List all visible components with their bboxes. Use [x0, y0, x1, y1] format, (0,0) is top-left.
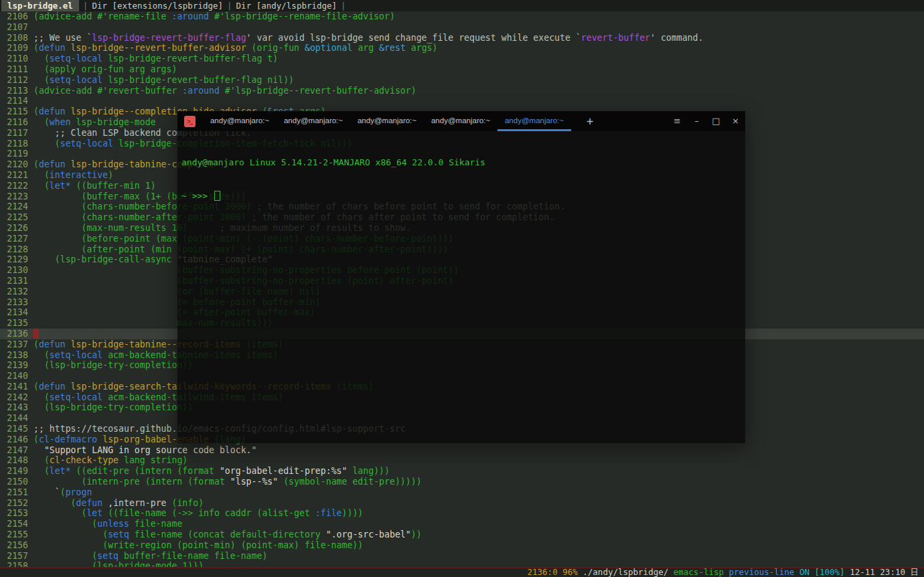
code-line[interactable]: 2109(defun lsp-bridge--revert-buffer-adv…	[0, 43, 924, 54]
line-number: 2132	[0, 286, 28, 297]
code-line[interactable]: 2113(advice-add #'revert-buffer :around …	[0, 86, 924, 96]
code-text: (defun lsp-bridge--revert-buffer-advisor…	[33, 43, 437, 54]
code-line[interactable]: 2110 (setq-local lsp-bridge-revert-buffe…	[0, 54, 924, 64]
code-text: (setq buffer-file-name file-name)	[33, 551, 267, 562]
code-line[interactable]: 2152 (defun ,intern-pre (info)	[0, 498, 924, 509]
code-line[interactable]: 2150 (intern-pre (intern (format "lsp--%…	[0, 477, 924, 487]
code-line[interactable]: 2158 (lsp-bridge-mode 1)))	[0, 561, 924, 567]
editor-tab-bar: lsp-bridge.el |Dir [extensions/lspbridge…	[0, 0, 924, 11]
terminal-output[interactable]: andy@manjaro Linux 5.14.21-2-MANJARO x86…	[177, 131, 745, 443]
close-icon[interactable]: ×	[726, 111, 745, 131]
code-line[interactable]: 2111 (apply orig-fun arg args)	[0, 64, 924, 75]
text-cursor	[33, 329, 39, 339]
line-number: 2110	[0, 54, 28, 64]
line-number: 2151	[0, 487, 28, 498]
code-line[interactable]: 2114	[0, 96, 924, 106]
code-line[interactable]: 2155 (setq file-name (concat default-dir…	[0, 529, 924, 540]
line-number: 2126	[0, 223, 28, 234]
maximize-icon[interactable]: □	[706, 111, 726, 131]
terminal-tab[interactable]: andy@manjaro:~	[424, 111, 497, 131]
code-line[interactable]: 2151 `(progn	[0, 487, 924, 498]
line-number: 2152	[0, 498, 28, 509]
code-line[interactable]: 2153 (let ((file-name (->> info caddr (a…	[0, 508, 924, 519]
header-tabs: |Dir [extensions/lspbridge]|Dir [andy/ls…	[79, 0, 350, 11]
status-bar-content: 2136:0 96% ./andy/lspbridge/ emacs-lisp …	[528, 567, 919, 577]
line-number: 2134	[0, 307, 28, 318]
line-number: 2125	[0, 212, 28, 223]
line-number: 2136	[0, 329, 28, 339]
line-number: 2156	[0, 540, 28, 551]
line-number: 2114	[0, 96, 28, 106]
line-number: 2106	[0, 11, 28, 22]
code-line[interactable]: 2149 (let* ((edit-pre (intern (format "o…	[0, 466, 924, 477]
line-number: 2129	[0, 254, 28, 265]
new-tab-button[interactable]: +	[582, 111, 598, 131]
line-number: 2131	[0, 276, 28, 286]
line-number: 2107	[0, 22, 28, 33]
line-number: 2113	[0, 86, 28, 96]
code-text: (apply orig-fun arg args)	[33, 64, 177, 75]
line-number: 2111	[0, 64, 28, 75]
code-line[interactable]: 2154 (unless file-name	[0, 519, 924, 529]
line-number: 2146	[0, 434, 28, 445]
status-segment: ON [100%]	[794, 567, 844, 577]
code-text: (when lsp-bridge-mode	[33, 117, 156, 128]
dir-tab[interactable]: Dir [extensions/lspbridge]	[92, 0, 223, 11]
line-number: 2149	[0, 466, 28, 477]
code-line[interactable]: 2106(advice-add #'rename-file :around #'…	[0, 11, 924, 22]
hamburger-menu-icon[interactable]: ≡	[668, 111, 687, 131]
code-line[interactable]: 2147 "Support LANG in org source code bl…	[0, 445, 924, 456]
line-number: 2117	[0, 128, 28, 139]
code-text: (lsp-bridge-try-completion))	[33, 360, 193, 371]
code-line[interactable]: 2108;; We use `lsp-bridge-revert-buffer-…	[0, 33, 924, 44]
line-number: 2116	[0, 117, 28, 128]
code-text: (advice-add #'rename-file :around #'lsp-…	[33, 11, 395, 22]
terminal-prompt: ~ >>>	[181, 191, 213, 201]
code-line[interactable]: 2112 (setq-local lsp-bridge-revert-buffe…	[0, 75, 924, 86]
code-line[interactable]: 2157 (setq buffer-file-name file-name)	[0, 551, 924, 562]
terminal-tab[interactable]: andy@manjaro:~	[350, 111, 424, 131]
line-number: 2138	[0, 350, 28, 361]
terminal-tabs: andy@manjaro:~andy@manjaro:~andy@manjaro…	[203, 111, 571, 131]
line-number: 2147	[0, 445, 28, 456]
line-number: 2148	[0, 455, 28, 466]
code-text: (defun ,intern-pre (info)	[33, 498, 204, 509]
status-segment: 2136:0 96%	[528, 567, 583, 577]
code-text: (advice-add #'revert-buffer :around #'ls…	[33, 86, 416, 96]
tab-separator: |	[337, 0, 350, 11]
buffer-tab-active[interactable]: lsp-bridge.el	[1, 0, 79, 11]
code-text: (intern-pre (intern (format "lsp--%s" (s…	[33, 477, 422, 487]
code-line[interactable]: 2148 (cl-check-type lang string)	[0, 455, 924, 466]
code-text: (let* ((edit-pre (intern (format "org-ba…	[33, 466, 390, 477]
terminal-prompt-line: ~ >>>	[181, 191, 745, 202]
status-segment: emacs-lisp	[674, 567, 724, 577]
line-number: 2135	[0, 318, 28, 329]
line-number: 2130	[0, 265, 28, 276]
terminal-tab-active[interactable]: andy@manjaro:~	[497, 111, 571, 131]
line-number: 2140	[0, 371, 28, 382]
line-number: 2122	[0, 181, 28, 191]
line-number: 2153	[0, 508, 28, 519]
code-line[interactable]: 2107	[0, 22, 924, 33]
dir-tab[interactable]: Dir [andy/lspbridge]	[236, 0, 337, 11]
code-text: (unless file-name	[33, 519, 182, 529]
line-number: 2118	[0, 139, 28, 149]
minimize-icon[interactable]: –	[687, 111, 706, 131]
status-segment: previous-line	[724, 567, 794, 577]
code-line[interactable]: 2156 (write-region (point-min) (point-ma…	[0, 540, 924, 551]
line-number: 2137	[0, 339, 28, 350]
code-text: (lsp-bridge-try-completion))	[33, 402, 193, 413]
line-number: 2108	[0, 33, 28, 44]
terminal-tab[interactable]: andy@manjaro:~	[277, 111, 350, 131]
line-number: 2158	[0, 561, 28, 567]
code-text: (let* ((buffer-min 1)	[33, 181, 156, 191]
line-number: 2144	[0, 413, 28, 424]
code-text: (cl-check-type lang string)	[33, 455, 187, 466]
line-number: 2143	[0, 402, 28, 413]
line-number: 2157	[0, 551, 28, 562]
terminal-tab[interactable]: andy@manjaro:~	[203, 111, 277, 131]
code-text: (setq file-name (concat default-director…	[33, 529, 422, 540]
line-number: 2124	[0, 201, 28, 212]
line-number: 2121	[0, 170, 28, 181]
code-text: (let ((file-name (->> info caddr (alist-…	[33, 508, 363, 519]
